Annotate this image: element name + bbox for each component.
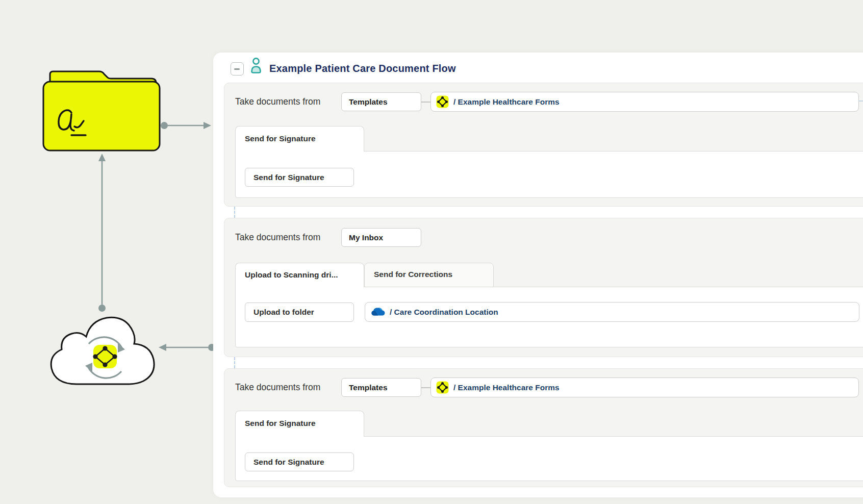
source-label: Take documents from [235, 378, 320, 397]
signature-folder-icon[interactable] [41, 65, 163, 153]
step-link-dashed [234, 207, 235, 218]
destination-path-label: / Example Healthcare Forms [453, 383, 560, 392]
connector-dot [98, 305, 106, 312]
field-joiner-line [421, 387, 430, 388]
workflow-diamond-icon [93, 345, 117, 368]
minus-icon [234, 68, 240, 70]
arrow-right-icon [204, 122, 211, 129]
flow-canvas: Example Patient Care Document Flow Take … [213, 53, 863, 497]
send-for-signature-button[interactable]: Send for Signature [245, 168, 354, 187]
send-for-signature-button[interactable]: Send for Signature [245, 452, 354, 471]
workflow-diamond-icon [436, 95, 449, 108]
source-select[interactable]: My Inbox [341, 228, 421, 247]
onedrive-icon [371, 307, 385, 317]
tab-send-for-signature[interactable]: Send for Signature [235, 126, 364, 152]
source-select[interactable]: Templates [341, 378, 421, 397]
sync-cloud-icon[interactable] [45, 312, 165, 391]
source-label: Take documents from [235, 92, 320, 111]
flow-title: Example Patient Care Document Flow [269, 63, 456, 74]
tab-upload-to-scanning-drive[interactable]: Upload to Scanning dri... [235, 263, 364, 287]
user-icon [250, 57, 262, 73]
collapse-flow-button[interactable] [231, 62, 244, 75]
source-label: Take documents from [235, 228, 320, 247]
flow-step-templates-1: Take documents from Templates / Example … [224, 83, 863, 207]
destination-path-field[interactable]: / Example Healthcare Forms [430, 92, 859, 112]
tab-send-for-corrections[interactable]: Send for Corrections [364, 263, 494, 287]
upload-to-folder-button[interactable]: Upload to folder [245, 303, 354, 322]
workflow-diamond-icon [436, 381, 449, 394]
arrow-up-icon [98, 154, 106, 161]
offscreen-connector-stub [858, 100, 863, 102]
tab-content: Upload to folder / Care Coordination Loc… [235, 287, 863, 347]
tab-send-for-signature[interactable]: Send for Signature [235, 411, 364, 437]
flow-step-my-inbox: Take documents from My Inbox Upload to S… [224, 218, 863, 357]
flow-step-templates-2: Take documents from Templates / Example … [224, 368, 863, 487]
upload-location-field[interactable]: / Care Coordination Location [365, 302, 859, 322]
source-select[interactable]: Templates [341, 92, 421, 111]
step-link-dashed [234, 357, 235, 368]
destination-path-label: / Example Healthcare Forms [453, 97, 560, 107]
upload-location-label: / Care Coordination Location [390, 308, 498, 317]
tab-content: Send for Signature [235, 151, 863, 198]
field-joiner-line [421, 102, 430, 103]
destination-path-field[interactable]: / Example Healthcare Forms [430, 377, 859, 397]
tab-content: Send for Signature [235, 436, 863, 481]
